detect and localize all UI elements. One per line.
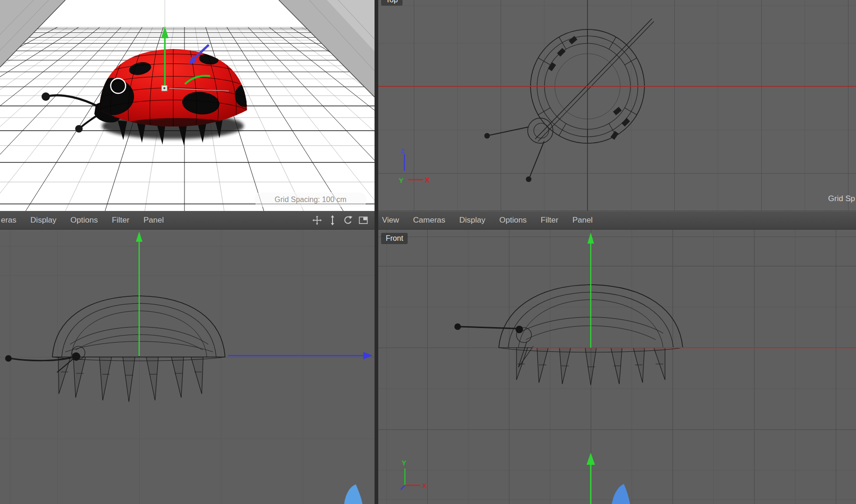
ladybug-head-dot — [72, 352, 80, 361]
axis-indicator-top: Z Y X — [399, 147, 430, 184]
menu-display[interactable]: Display — [23, 216, 64, 225]
room-wall-right — [279, 0, 375, 97]
ladybug-wireframe-front[interactable] — [460, 285, 683, 385]
grid-spacing-hud: Grid Sp — [828, 194, 855, 203]
viewport-divider[interactable] — [375, 0, 378, 504]
rotate-view-icon[interactable] — [342, 215, 354, 226]
viewport-menubar-front: View Cameras Display Options Filter Pane… — [378, 211, 856, 230]
menu-panel[interactable]: Panel — [566, 216, 600, 225]
menu-options[interactable]: Options — [64, 216, 105, 225]
antenna-tip — [75, 125, 83, 133]
antenna-tip — [5, 355, 12, 362]
top-canvas[interactable]: Z Y X — [378, 0, 856, 211]
perspective-canvas[interactable] — [0, 0, 375, 211]
viewport-menubar-side: eras Display Options Filter Panel — [0, 211, 375, 230]
axis-z-arrowhead[interactable] — [363, 352, 373, 359]
menu-view[interactable]: View — [378, 216, 406, 225]
room-wall-left — [0, 0, 65, 67]
axis-y-arrowhead[interactable] — [587, 232, 594, 244]
axis-label-z: Z — [401, 147, 404, 154]
blue-axis-cone — [612, 484, 630, 504]
viewport-nav-icons — [311, 211, 369, 229]
axis-y-arrowhead[interactable] — [136, 231, 142, 242]
grid-spacing-hud: Grid Spacing: 100 cm — [255, 192, 367, 207]
viewport-side[interactable] — [0, 230, 375, 504]
menu-filter[interactable]: Filter — [534, 216, 566, 225]
axis-label-y: Y — [399, 176, 403, 184]
menu-panel[interactable]: Panel — [136, 216, 170, 225]
ladybug-wireframe-side[interactable] — [10, 296, 225, 402]
viewport-top[interactable]: Z Y X Top Grid Sp — [378, 0, 856, 211]
toggle-fullscreen-icon[interactable] — [358, 215, 369, 226]
viewport-front[interactable]: Y X Front — [378, 230, 856, 504]
blue-axis-cone — [344, 484, 362, 504]
ladybug-head-dot — [516, 326, 523, 333]
viewport-name-top[interactable]: Top — [381, 0, 403, 6]
menu-cameras-clipped[interactable]: eras — [0, 216, 23, 225]
gizmo-y-arrowhead[interactable] — [161, 26, 169, 38]
ladybug-wireframe-top[interactable] — [484, 19, 654, 182]
pan-view-icon[interactable] — [311, 215, 323, 226]
menu-options[interactable]: Options — [492, 216, 534, 225]
axis-label-x: X — [422, 482, 427, 490]
axis-label-x: X — [425, 176, 430, 184]
antenna-tip — [454, 323, 461, 330]
viewport-name-front[interactable]: Front — [381, 233, 408, 244]
side-canvas[interactable] — [0, 230, 375, 504]
menu-filter[interactable]: Filter — [105, 216, 136, 225]
front-canvas[interactable]: Y X — [378, 230, 856, 504]
viewport-perspective[interactable]: Grid Spacing: 100 cm — [0, 0, 375, 211]
zoom-view-icon[interactable] — [327, 215, 338, 226]
c4d-four-view-layout: Grid Spacing: 100 cm — [0, 0, 856, 504]
axis-y-arrowhead-lower[interactable] — [587, 453, 595, 465]
menu-display[interactable]: Display — [453, 216, 493, 225]
gizmo-center-dot — [163, 87, 165, 89]
antenna-tip — [42, 92, 50, 101]
axis-label-y: Y — [402, 459, 406, 467]
menu-cameras[interactable]: Cameras — [406, 216, 453, 225]
axis-indicator-front: Y X — [401, 459, 427, 490]
